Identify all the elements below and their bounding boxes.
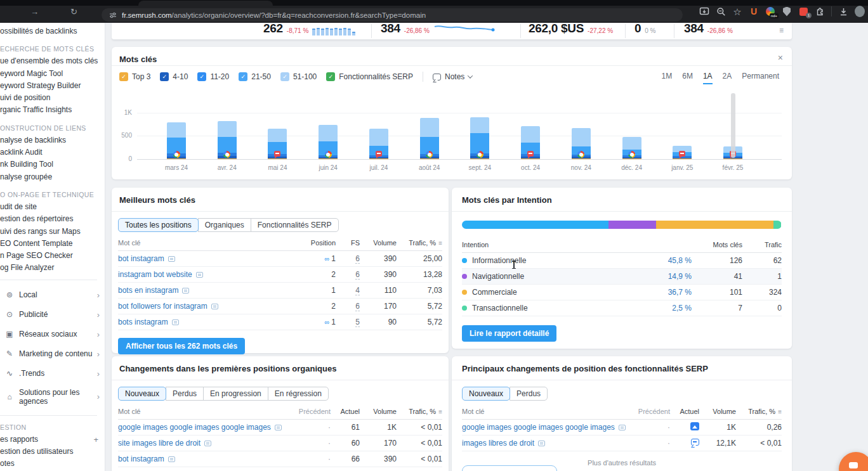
keyword-link[interactable]: google images google images google image… (462, 423, 615, 432)
metrics-menu-icon[interactable]: ≡ (779, 26, 784, 35)
tab-en-r-gression[interactable]: En régression (268, 387, 329, 401)
keyword-link[interactable]: images libres de droit (462, 439, 534, 448)
serp-snapshot-icon[interactable] (172, 319, 179, 325)
google-update-icon[interactable] (325, 151, 332, 158)
serp-snapshot-icon[interactable] (196, 272, 203, 278)
forward-icon[interactable]: → (30, 7, 39, 17)
keyword-link[interactable]: bots instagram (118, 318, 168, 326)
profile-avatar[interactable] (855, 6, 865, 16)
reload-icon[interactable]: ↻ (70, 7, 77, 17)
serp-snapshot-icon[interactable] (538, 441, 545, 446)
serp-snapshot-icon[interactable] (619, 425, 626, 430)
range-tab-6m[interactable]: 6M (682, 72, 693, 84)
sidebar-item-udit-de-site[interactable]: udit de site (0, 201, 105, 213)
serp-snapshot-icon[interactable] (275, 425, 282, 430)
sidebar-item-eyword-magic-tool[interactable]: eyword Magic Tool (0, 68, 105, 80)
google-update-icon[interactable] (628, 151, 635, 158)
serp-snapshot-icon[interactable] (168, 456, 175, 462)
sidebar-item-rganic-traffic-insights[interactable]: rganic Traffic Insights (0, 104, 105, 116)
sidebar-item--trends[interactable]: ∿.Trends› (0, 364, 105, 384)
serp-snapshot-icon[interactable] (168, 256, 175, 262)
sidebar-item-uivi-des-rangs-sur-maps[interactable]: uivi des rangs sur Maps (0, 226, 105, 238)
intent-pct-cell[interactable]: 14,9 % (647, 272, 692, 281)
serp-report-button-cut[interactable] (462, 465, 557, 471)
serp-snapshot-icon[interactable] (211, 304, 218, 309)
sidebar-item-ue-d-ensemble-des-mots-cl-s[interactable]: ue d'ensemble des mots clés (0, 55, 105, 67)
tab-en-progression[interactable]: En progression (203, 387, 268, 401)
adblock-shield-icon[interactable] (782, 6, 792, 16)
table-row[interactable]: bots instagram∞15905,72 (118, 314, 442, 330)
close-icon[interactable]: × (778, 53, 783, 63)
column-header[interactable]: Actuel (670, 408, 699, 415)
column-header[interactable]: Précédent (294, 408, 331, 415)
column-header[interactable]: Mot clé (118, 239, 303, 247)
sidebar-item-uivi-de-position[interactable]: uivi de position (0, 92, 105, 104)
sidebar-item-marketing-de-contenu[interactable]: ✎Marketing de contenu› (0, 344, 105, 364)
table-row[interactable]: bot followers for instagram261705,72 (118, 299, 442, 314)
sidebar-item-n-page-seo-checker[interactable]: n Page SEO Checker (0, 250, 105, 262)
intent-pct-cell[interactable]: 2,5 % (647, 304, 692, 313)
intent-pct-cell[interactable]: 36,7 % (647, 288, 692, 297)
sidebar-item-publicit-[interactable]: ⊙Publicité› (0, 305, 105, 325)
sidebar-item-estion-des-r-pertoires[interactable]: estion des répertoires (0, 213, 105, 225)
column-header[interactable]: Mots clés (692, 241, 742, 248)
column-header[interactable]: Trafic (742, 241, 782, 248)
fs-value[interactable]: 6 (355, 302, 360, 311)
table-row[interactable]: google images google images google image… (462, 420, 782, 436)
filter-checkbox-51-100[interactable]: ✓51-100 (280, 72, 317, 81)
column-header[interactable]: Volume (699, 408, 736, 415)
intent-row[interactable]: Navigationnelle14,9 %411 (462, 269, 782, 285)
column-header[interactable]: Mot clé (462, 408, 633, 415)
column-header[interactable]: Actuel (331, 408, 360, 415)
sidebar-item-solutions-pour-les-agences[interactable]: ⌂Solutions pour les agences› (0, 384, 105, 410)
column-header[interactable]: Trafic, %≡ (397, 239, 442, 247)
fs-value[interactable]: 5 (355, 318, 360, 327)
note-flag-icon[interactable] (376, 151, 382, 157)
filter-checkbox-4-10[interactable]: ✓4-10 (160, 72, 188, 81)
filter-checkbox-fonctionnalit-s-serp[interactable]: ✓Fonctionnalités SERP (326, 72, 413, 81)
table-row[interactable]: bots en instagram141107,03 (118, 283, 442, 299)
intent-row[interactable]: Informationnelle45,8 %12662 (462, 253, 782, 269)
range-tab-1a[interactable]: 1A (703, 72, 713, 84)
show-all-keywords-button[interactable]: Afficher tous les 262 mots clés (118, 338, 245, 354)
keyword-link[interactable]: bot instagram (118, 254, 164, 263)
chat-bubble-button[interactable] (839, 452, 868, 471)
serp-snapshot-icon[interactable] (204, 441, 211, 446)
fs-value[interactable]: 4 (355, 286, 360, 295)
sidebar-item-estion-des-utilisateurs[interactable]: estion des utilisateurs (0, 446, 105, 458)
zoom-icon[interactable] (716, 6, 726, 16)
column-header[interactable]: Volume (360, 239, 397, 247)
note-flag-icon[interactable] (527, 151, 534, 157)
intent-row[interactable]: Transactionnelle2,5 %70 (462, 300, 782, 316)
sidebar-item-nk-building-tool[interactable]: nk Building Tool (0, 158, 105, 171)
save-page-icon[interactable] (699, 6, 709, 16)
keyword-link[interactable]: bot followers for instagram (118, 302, 207, 311)
sidebar-item-eo-content-template[interactable]: EO Content Template (0, 238, 105, 250)
detailed-report-button[interactable]: Lire le rapport détaillé (462, 325, 556, 342)
sort-icon[interactable]: ≡ (438, 408, 442, 415)
sidebar-item-es-rapports[interactable]: es rapports+ (0, 434, 105, 446)
sidebar-item-ossibilit-s-de-backlinks[interactable]: ossibilités de backlinks (0, 25, 105, 37)
column-header[interactable]: Précédent (633, 408, 670, 415)
downloads-icon[interactable] (838, 6, 848, 16)
column-header[interactable]: Mot clé (118, 408, 294, 415)
notes-dropdown[interactable]: Notes (433, 72, 472, 81)
table-row[interactable]: bot instagram·66390< 0,01 (118, 451, 442, 467)
tab-toutes-les-positions[interactable]: Toutes les positions (118, 218, 199, 232)
fs-value[interactable]: 6 (355, 254, 360, 264)
tab-nouveaux[interactable]: Nouveaux (462, 387, 510, 401)
tab-nouveaux[interactable]: Nouveaux (118, 387, 166, 401)
fs-value[interactable]: 6 (355, 270, 360, 280)
column-header[interactable]: FS (336, 239, 360, 247)
range-tab-1m[interactable]: 1M (662, 72, 673, 84)
tab-perdus[interactable]: Perdus (510, 387, 548, 401)
extensions-puzzle-icon[interactable] (815, 6, 825, 16)
table-row[interactable]: site images libre de droit·60170< 0,01 (118, 436, 442, 451)
sidebar-item-otes[interactable]: otes (0, 458, 105, 470)
sort-icon[interactable]: ≡ (778, 408, 782, 415)
bookmark-star-icon[interactable]: ☆ (732, 6, 742, 16)
google-extension-icon[interactable]: nd+ (765, 6, 775, 16)
range-tab-permanent[interactable]: Permanent (742, 72, 779, 84)
url-text[interactable]: fr.semrush.com/analytics/organic/overvie… (122, 11, 426, 19)
keyword-link[interactable]: bots en instagram (118, 286, 178, 295)
